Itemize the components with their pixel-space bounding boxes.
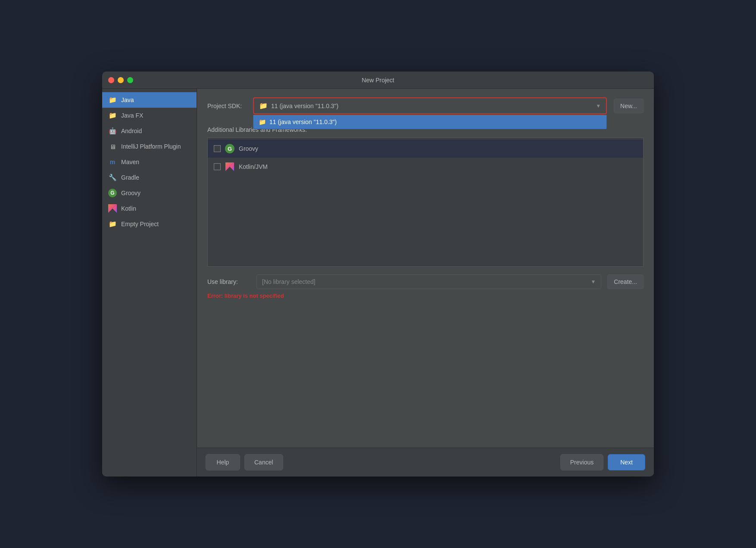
library-dropdown[interactable]: [No library selected] ▼ [256, 274, 601, 289]
sidebar-item-groovy[interactable]: G Groovy [102, 185, 197, 201]
create-button[interactable]: Create... [607, 274, 644, 289]
sidebar-item-kotlin[interactable]: Kotlin [102, 201, 197, 216]
sdk-dropdown[interactable]: 📁 11 (java version "11.0.3") ▼ [253, 97, 607, 114]
library-label: Use library: [207, 278, 250, 285]
intellij-icon: 🖥 [108, 142, 117, 151]
sidebar-item-label: Kotlin [121, 205, 136, 212]
sidebar: 📁 Java 📁 Java FX 🤖 Android 🖥 IntelliJ Pl… [102, 89, 197, 476]
previous-button[interactable]: Previous [560, 454, 603, 470]
content-area: 📁 Java 📁 Java FX 🤖 Android 🖥 IntelliJ Pl… [102, 89, 654, 476]
sidebar-item-maven[interactable]: m Maven [102, 154, 197, 170]
bottom-left-buttons: Help Cancel [206, 454, 283, 470]
sidebar-item-label: Android [121, 128, 142, 134]
new-sdk-button[interactable]: New... [614, 99, 644, 113]
sdk-row: Project SDK: 📁 11 (java version "11.0.3"… [207, 97, 644, 114]
groovy-icon: G [108, 189, 117, 197]
framework-item-kotlin[interactable]: Kotlin/JVM [208, 158, 643, 176]
frameworks-list: G Groovy Kotlin/JVM [207, 137, 644, 267]
kotlin-icon [108, 204, 117, 213]
sidebar-item-intellij[interactable]: 🖥 IntelliJ Platform Plugin [102, 139, 197, 154]
groovy-framework-label: Groovy [239, 145, 258, 152]
sidebar-item-label: Groovy [121, 190, 141, 196]
sdk-selected-value: 11 (java version "11.0.3") [271, 103, 338, 109]
additional-section: Additional Libraries and Frameworks: G G… [207, 126, 644, 267]
sidebar-item-label: IntelliJ Platform Plugin [121, 143, 181, 150]
error-text: Error: library is not specified [207, 293, 644, 299]
traffic-lights [108, 77, 133, 83]
maximize-button[interactable] [127, 77, 133, 83]
groovy-framework-icon: G [225, 144, 234, 153]
error-detail: library is not specified [223, 293, 284, 299]
sidebar-item-label: Maven [121, 159, 139, 165]
library-row: Use library: [No library selected] ▼ Cre… [207, 274, 644, 289]
sidebar-item-label: Empty Project [121, 221, 159, 227]
javafx-icon: 📁 [108, 111, 117, 120]
kotlin-checkbox[interactable] [214, 163, 221, 170]
android-icon: 🤖 [108, 127, 117, 135]
maven-icon: m [108, 158, 117, 166]
window-title: New Project [362, 77, 394, 84]
groovy-checkbox[interactable] [214, 145, 221, 152]
sdk-dropdown-container: 📁 11 (java version "11.0.3") ▼ 📁 11 (jav… [253, 97, 607, 114]
minimize-button[interactable] [118, 77, 124, 83]
sidebar-item-javafx[interactable]: 📁 Java FX [102, 108, 197, 123]
cancel-button[interactable]: Cancel [244, 454, 283, 470]
sdk-folder-icon: 📁 [259, 102, 268, 110]
next-button[interactable]: Next [608, 454, 645, 470]
sidebar-item-label: Java FX [121, 112, 143, 119]
library-value: [No library selected] [262, 278, 316, 285]
new-project-window: New Project 📁 Java 📁 Java FX 🤖 Android 🖥… [102, 72, 654, 476]
kotlin-framework-icon [225, 162, 234, 171]
help-button[interactable]: Help [206, 454, 240, 470]
kotlin-framework-label: Kotlin/JVM [239, 163, 268, 170]
sdk-dropdown-list: 📁 11 (java version "11.0.3") [253, 115, 607, 129]
close-button[interactable] [108, 77, 114, 83]
main-area: Project SDK: 📁 11 (java version "11.0.3"… [197, 89, 654, 476]
java-icon: 📁 [108, 96, 117, 104]
bottom-bar: Help Cancel Previous Next [197, 448, 654, 476]
gradle-icon: 🔧 [108, 173, 117, 182]
framework-item-groovy[interactable]: G Groovy [208, 140, 643, 158]
sdk-label: Project SDK: [207, 103, 246, 109]
sidebar-item-empty[interactable]: 📁 Empty Project [102, 216, 197, 232]
sdk-option-label: 11 (java version "11.0.3") [269, 118, 337, 125]
bottom-right-buttons: Previous Next [560, 454, 645, 470]
sdk-dropdown-value: 📁 11 (java version "11.0.3") [259, 102, 338, 110]
library-dropdown-arrow-icon: ▼ [590, 279, 596, 285]
dropdown-arrow-icon: ▼ [596, 103, 601, 109]
sidebar-item-gradle[interactable]: 🔧 Gradle [102, 170, 197, 185]
sidebar-item-android[interactable]: 🤖 Android [102, 123, 197, 139]
sidebar-item-label: Gradle [121, 174, 139, 181]
main-content: Project SDK: 📁 11 (java version "11.0.3"… [197, 89, 654, 448]
empty-icon: 📁 [108, 220, 117, 228]
option-folder-icon: 📁 [259, 118, 266, 125]
sidebar-item-java[interactable]: 📁 Java [102, 92, 197, 108]
titlebar: New Project [102, 72, 654, 89]
error-label: Error: [207, 293, 223, 299]
sidebar-item-label: Java [121, 97, 134, 103]
sdk-dropdown-option[interactable]: 📁 11 (java version "11.0.3") [253, 115, 606, 129]
